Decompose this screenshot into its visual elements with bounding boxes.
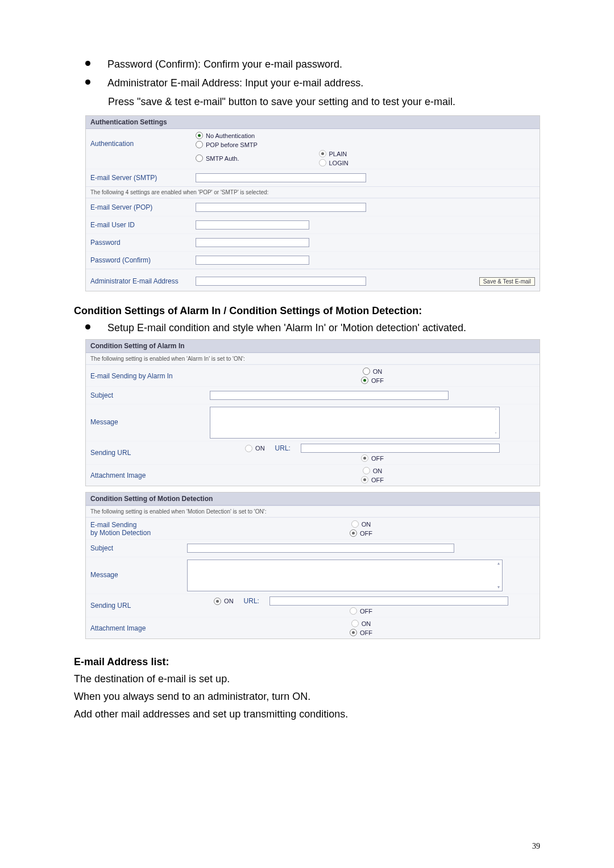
indent-text: Press "save & test e-mail" button to sav…	[74, 94, 540, 110]
bullet-icon	[85, 324, 90, 329]
radio-icon	[196, 132, 203, 139]
radio-label: SMTP Auth.	[206, 155, 239, 162]
radio-icon	[245, 445, 252, 452]
radio-icon	[361, 454, 368, 462]
motion-note: The following setting is enabled when 'M…	[86, 506, 540, 518]
radio-label: OFF	[360, 530, 372, 537]
bullet-text: Setup E-mail condition and style when 'A…	[107, 320, 466, 336]
row-label: E-mail User ID	[90, 221, 196, 229]
motion-row-url: Sending URL ON URL: OFF	[86, 594, 540, 617]
motion-url-input[interactable]	[269, 596, 508, 606]
auth-opt-smtpauth[interactable]: SMTP Auth.	[196, 155, 239, 162]
motion-row-subject: Subject	[86, 539, 540, 557]
row-label: Subject	[90, 544, 187, 552]
scroll-up-icon: ▴	[495, 560, 502, 567]
alarm-subject-input[interactable]	[210, 391, 449, 400]
motion-attach-on[interactable]: ON	[351, 620, 371, 627]
url-field-label: URL:	[275, 444, 291, 452]
radio-icon	[319, 150, 326, 157]
auth-opt-popbefore[interactable]: POP before SMTP	[196, 141, 258, 148]
body-text: Add other mail addresses and set up tran…	[74, 707, 540, 722]
motion-subject-input[interactable]	[187, 544, 454, 553]
bullet-item: Setup E-mail condition and style when 'A…	[74, 320, 540, 336]
page: Password (Confirm): Confirm your e-mail …	[0, 0, 614, 868]
row-label: E-mail Server (SMTP)	[90, 174, 196, 182]
url-field-label: URL:	[244, 597, 259, 605]
auth-opt-noauth[interactable]: No Authentication	[196, 132, 255, 139]
radio-label: No Authentication	[206, 132, 255, 139]
radio-label: OFF	[371, 477, 384, 483]
auth-note-4settings: The following 4 settings are enabled whe…	[86, 186, 540, 198]
body-text: When you always send to an administrator…	[74, 689, 540, 704]
password-input[interactable]	[196, 238, 309, 247]
save-test-email-button[interactable]: Save & Test E-mail	[479, 277, 535, 286]
radio-label: LOGIN	[329, 160, 349, 166]
radio-icon	[350, 607, 357, 615]
admin-email-input[interactable]	[196, 277, 366, 286]
password-confirm-input[interactable]	[196, 256, 309, 265]
pop-input[interactable]	[196, 203, 366, 212]
row-label: Sending URL	[90, 449, 210, 457]
motion-message-textarea[interactable]: ▴ ▾	[187, 560, 503, 591]
userid-input[interactable]	[196, 220, 309, 229]
row-label: Password	[90, 239, 196, 247]
alarm-sending-on[interactable]: ON	[363, 368, 383, 375]
row-label: E-mail Sending by Alarm In	[90, 372, 210, 380]
radio-icon	[351, 620, 359, 627]
auth-row-password: Password	[86, 233, 540, 251]
bullet-text: Administrator E-mail Address: Input your…	[107, 76, 363, 91]
radio-icon	[214, 598, 221, 605]
row-label: Password (Confirm)	[90, 256, 196, 264]
alarm-row-url: Sending URL ON URL: OFF	[86, 441, 540, 464]
auth-row-admin: Administrator E-mail Address Save & Test…	[86, 269, 540, 291]
scroll-down-icon: ˅	[492, 431, 499, 438]
alarm-url-off[interactable]: OFF	[361, 454, 384, 462]
motion-url-off[interactable]: OFF	[350, 607, 372, 615]
radio-label: ON	[362, 620, 371, 627]
radio-icon	[351, 520, 359, 528]
radio-label: POP before SMTP	[206, 141, 258, 148]
bullet-icon	[85, 61, 90, 66]
alarm-attach-on[interactable]: ON	[363, 467, 383, 474]
alarm-url-on[interactable]: ON	[245, 445, 265, 452]
motion-attach-off[interactable]: OFF	[350, 629, 372, 636]
scroll-up-icon: ˄	[492, 407, 499, 414]
row-label: Attachment Image	[90, 624, 187, 632]
auth-row-pop: E-mail Server (POP)	[86, 198, 540, 216]
radio-label: ON	[255, 445, 265, 452]
auth-label: Authentication	[90, 132, 196, 148]
radio-label: OFF	[360, 608, 372, 615]
alarm-row-attach: Attachment Image ON OFF	[86, 464, 540, 486]
auth-opt-plain[interactable]: PLAIN	[319, 150, 349, 157]
motion-url-on[interactable]: ON	[214, 598, 234, 605]
auth-row-smtp: E-mail Server (SMTP)	[86, 169, 540, 186]
radio-icon	[350, 629, 357, 636]
auth-row-password-confirm: Password (Confirm)	[86, 251, 540, 269]
alarm-message-textarea[interactable]: ˄ ˅	[210, 407, 500, 439]
radio-label: ON	[373, 368, 383, 375]
radio-icon	[363, 467, 370, 474]
section-title-email-list: E-mail Address list:	[74, 656, 540, 668]
row-label-line2: by Motion Detection	[90, 529, 187, 537]
alarm-url-input[interactable]	[301, 444, 500, 453]
motion-header: Condition Setting of Motion Detection	[86, 493, 540, 506]
auth-header: Authentication Settings	[86, 116, 540, 129]
motion-sending-on[interactable]: ON	[351, 520, 371, 528]
body-text: The destination of e-mail is set up.	[74, 671, 540, 687]
smtp-input[interactable]	[196, 173, 366, 182]
radio-icon	[319, 159, 326, 166]
alarm-sending-off[interactable]: OFF	[361, 377, 384, 384]
radio-icon	[196, 141, 203, 148]
radio-label: PLAIN	[329, 151, 347, 157]
radio-label: ON	[362, 521, 371, 528]
radio-icon	[361, 476, 368, 483]
radio-label: OFF	[371, 455, 384, 462]
alarm-attach-off[interactable]: OFF	[361, 476, 384, 483]
motion-sending-off[interactable]: OFF	[350, 529, 372, 537]
section-title-condition: Condition Settings of Alarm In / Conditi…	[74, 305, 540, 317]
auth-row-authentication: Authentication No Authentication POP bef…	[86, 129, 540, 169]
motion-row-attach: Attachment Image ON OFF	[86, 617, 540, 639]
row-label: Message	[90, 407, 210, 426]
auth-opt-login[interactable]: LOGIN	[319, 159, 349, 166]
row-label-line1: E-mail Sending	[90, 521, 187, 529]
